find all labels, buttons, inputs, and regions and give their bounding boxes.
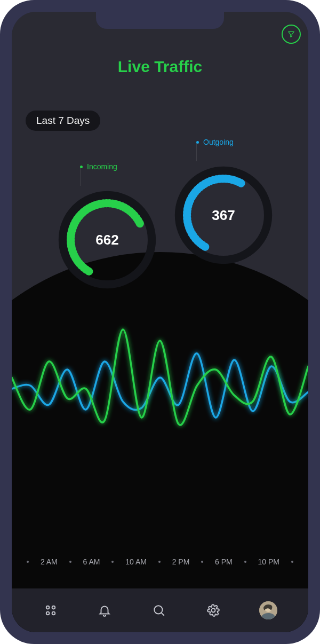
gauge-incoming: Incoming 662 [57, 189, 158, 290]
gauge-incoming-value: 662 [57, 189, 158, 290]
xaxis-tick: 10 PM [258, 557, 279, 566]
nav-bell-button[interactable] [97, 602, 113, 618]
gauge-outgoing-value: 367 [173, 164, 274, 266]
xaxis-tick: 2 AM [41, 557, 58, 566]
xaxis-dot [201, 561, 203, 563]
range-label: Last 7 Days [36, 115, 90, 126]
filter-button[interactable] [282, 25, 301, 44]
gauge-outgoing: Outgoing 367 [173, 164, 274, 266]
chart-xaxis: 2 AM6 AM10 AM2 PM6 PM10 PM [27, 557, 293, 566]
xaxis-dot [111, 561, 114, 563]
phone-screen: Live Traffic Last 7 Days Incoming 662 [12, 12, 308, 632]
nav-search-button[interactable] [151, 602, 167, 618]
avatar-icon [259, 601, 277, 619]
xaxis-dot [158, 561, 161, 563]
xaxis-dot [69, 561, 71, 563]
range-pill[interactable]: Last 7 Days [26, 111, 100, 131]
search-icon [152, 603, 166, 617]
bell-icon [98, 603, 111, 617]
gauge-outgoing-label-wrap: Outgoing [196, 138, 234, 146]
xaxis-dot [291, 561, 293, 563]
nav-settings-button[interactable] [205, 602, 221, 618]
xaxis-label: 2 PM [172, 557, 190, 566]
dot-icon [80, 166, 83, 168]
line-chart [12, 305, 308, 466]
xaxis-label: 6 AM [83, 557, 100, 566]
line-series-outgoing [12, 354, 308, 418]
svg-point-6 [154, 606, 162, 614]
bottom-nav [12, 588, 308, 632]
line-chart-svg [12, 305, 308, 466]
nav-avatar[interactable] [259, 601, 277, 619]
svg-point-4 [46, 612, 50, 615]
dot-icon [196, 141, 199, 144]
nav-grid-button[interactable] [43, 602, 59, 618]
svg-point-7 [211, 609, 215, 612]
gauge-incoming-label-wrap: Incoming [80, 162, 117, 171]
svg-point-2 [46, 606, 50, 609]
phone-notch [96, 12, 224, 29]
xaxis-dot [244, 561, 246, 563]
gauge-incoming-label: Incoming [87, 162, 117, 171]
app-root: Live Traffic Last 7 Days Incoming 662 [12, 12, 308, 632]
svg-point-3 [52, 606, 55, 609]
gear-icon [206, 603, 220, 617]
svg-point-5 [52, 612, 55, 615]
gauge-outgoing-label: Outgoing [203, 138, 234, 146]
grid-icon [44, 603, 58, 617]
xaxis-tick: 10 AM [125, 557, 147, 566]
filter-icon [287, 30, 295, 38]
page-title: Live Traffic [12, 58, 308, 76]
xaxis-label: 10 AM [125, 557, 147, 566]
xaxis-tick: 2 PM [172, 557, 190, 566]
xaxis-dot [27, 561, 29, 563]
xaxis-label: 2 AM [41, 557, 58, 566]
xaxis-tick: 6 AM [83, 557, 100, 566]
xaxis-label: 10 PM [258, 557, 279, 566]
xaxis-label: 6 PM [215, 557, 233, 566]
xaxis-tick: 6 PM [215, 557, 233, 566]
phone-frame: Live Traffic Last 7 Days Incoming 662 [0, 0, 320, 644]
